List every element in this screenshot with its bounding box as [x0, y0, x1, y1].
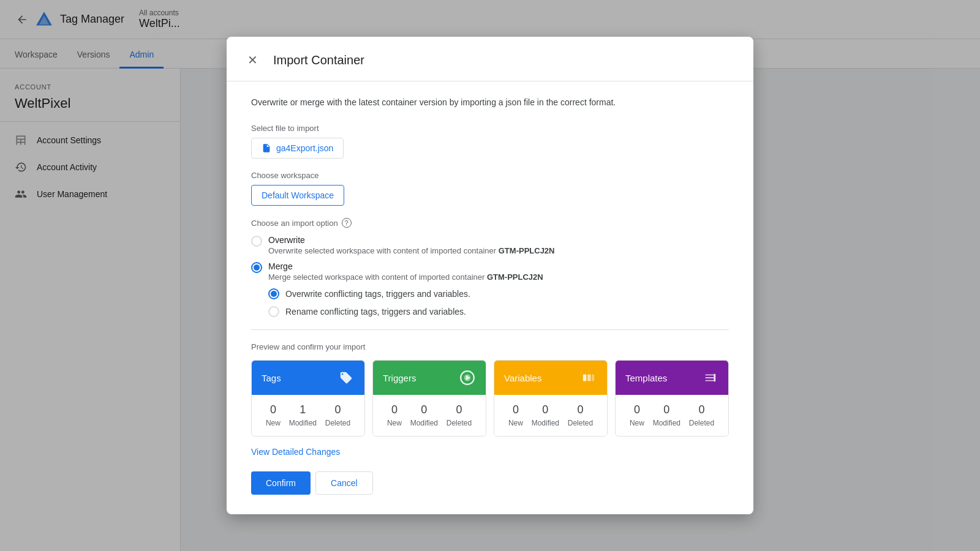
dialog-title: Import Container: [273, 53, 364, 67]
workspace-section-label: Choose workspace: [251, 171, 729, 180]
overwrite-desc: Overwrite selected workspace with conten…: [268, 246, 554, 255]
radio-option-overwrite: Overwrite Overwrite selected workspace w…: [251, 235, 729, 255]
card-body-variables: 0 New 0 Modified 0 Deleted: [494, 395, 607, 436]
help-icon[interactable]: ?: [342, 218, 352, 228]
sub-options: Overwrite conflicting tags, triggers and…: [268, 288, 729, 317]
radio-overwrite[interactable]: [251, 236, 262, 247]
import-option-label: Choose an import option ?: [251, 218, 729, 228]
card-templates: Templates 0 New 0 Modified: [615, 360, 729, 437]
triggers-deleted-stat: 0 Deleted: [447, 403, 472, 427]
card-tags: Tags 0 New 1 Modified: [251, 360, 365, 437]
card-header-templates: Templates: [616, 361, 728, 395]
confirm-button[interactable]: Confirm: [251, 471, 311, 495]
templates-new-stat: 0 New: [630, 403, 644, 427]
overwrite-conflicts-label: Overwrite conflicting tags, triggers and…: [285, 289, 470, 299]
tags-icon: [337, 369, 355, 386]
card-header-triggers: Triggers: [373, 361, 486, 395]
sub-radio-rename-conflicts: Rename conflicting tags, triggers and va…: [268, 305, 729, 317]
dialog-header: ✕ Import Container: [227, 37, 753, 81]
cancel-button[interactable]: Cancel: [315, 471, 373, 495]
view-changes-link[interactable]: View Detailed Changes: [251, 447, 340, 457]
card-body-tags: 0 New 1 Modified 0 Deleted: [252, 395, 364, 436]
sub-radio-overwrite-conflicts: Overwrite conflicting tags, triggers and…: [268, 288, 729, 299]
workspace-name: Default Workspace: [262, 190, 334, 200]
file-section-label: Select file to import: [251, 124, 729, 133]
action-row: Confirm Cancel: [251, 471, 729, 495]
file-select-button[interactable]: ga4Export.json: [251, 138, 344, 159]
file-icon: [262, 143, 271, 153]
card-variables: Variables 0 New 0 Modified: [494, 360, 608, 437]
card-header-variables: Variables: [494, 361, 607, 395]
dialog-body: Overwrite or merge with the latest conta…: [227, 81, 753, 514]
templates-deleted-stat: 0 Deleted: [689, 403, 714, 427]
rename-conflicts-label: Rename conflicting tags, triggers and va…: [285, 307, 466, 317]
file-name: ga4Export.json: [276, 143, 333, 153]
svg-rect-5: [587, 375, 591, 381]
radio-option-merge: Merge Merge selected workspace with cont…: [251, 261, 729, 282]
radio-rename-conflicts[interactable]: [268, 306, 279, 317]
variables-modified-stat: 0 Modified: [532, 403, 559, 427]
templates-modified-stat: 0 Modified: [653, 403, 680, 427]
svg-rect-7: [714, 374, 715, 382]
svg-rect-4: [583, 375, 587, 381]
merge-label: Merge: [268, 261, 543, 271]
card-header-tags: Tags: [252, 361, 364, 395]
radio-group-import: Overwrite Overwrite selected workspace w…: [251, 235, 729, 317]
tags-new-stat: 0 New: [266, 403, 281, 427]
section-divider: [251, 329, 729, 330]
card-triggers: Triggers 0 New 0 Modified: [372, 360, 486, 437]
workspace-select-button[interactable]: Default Workspace: [251, 185, 344, 206]
card-body-templates: 0 New 0 Modified 0 Deleted: [616, 395, 728, 436]
close-button[interactable]: ✕: [241, 49, 263, 71]
import-container-dialog: ✕ Import Container Overwrite or merge wi…: [227, 37, 753, 514]
dialog-overlay: ✕ Import Container Overwrite or merge wi…: [0, 0, 980, 551]
radio-overwrite-conflicts[interactable]: [268, 288, 279, 299]
triggers-new-stat: 0 New: [387, 403, 402, 427]
variables-deleted-stat: 0 Deleted: [568, 403, 593, 427]
variables-icon: [580, 369, 597, 386]
tags-modified-stat: 1 Modified: [289, 403, 317, 427]
preview-label: Preview and confirm your import: [251, 342, 729, 351]
templates-icon: [701, 369, 718, 386]
dialog-description: Overwrite or merge with the latest conta…: [251, 96, 729, 109]
triggers-modified-stat: 0 Modified: [410, 403, 438, 427]
variables-new-stat: 0 New: [508, 403, 523, 427]
merge-desc: Merge selected workspace with content of…: [268, 272, 543, 282]
card-body-triggers: 0 New 0 Modified 0 Deleted: [373, 395, 486, 436]
triggers-icon: [459, 369, 476, 386]
radio-merge[interactable]: [251, 262, 262, 273]
tags-deleted-stat: 0 Deleted: [325, 403, 350, 427]
overwrite-label: Overwrite: [268, 235, 554, 245]
preview-cards: Tags 0 New 1 Modified: [251, 360, 729, 437]
svg-rect-6: [592, 375, 595, 381]
